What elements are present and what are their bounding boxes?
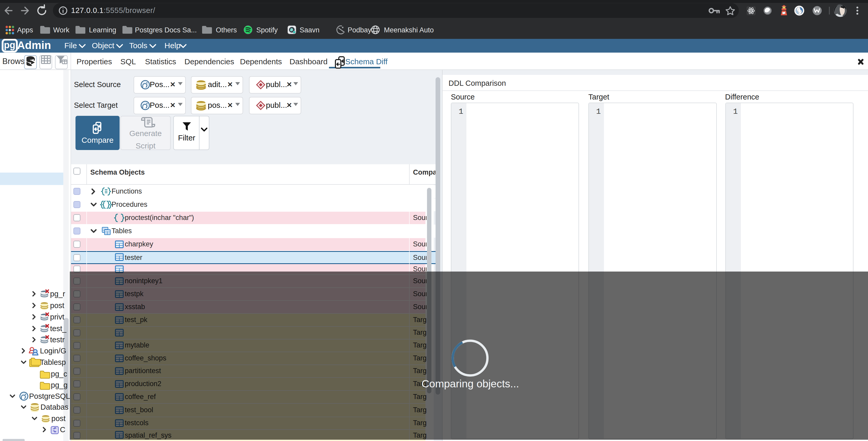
svg-text:pg: pg: [4, 40, 15, 50]
